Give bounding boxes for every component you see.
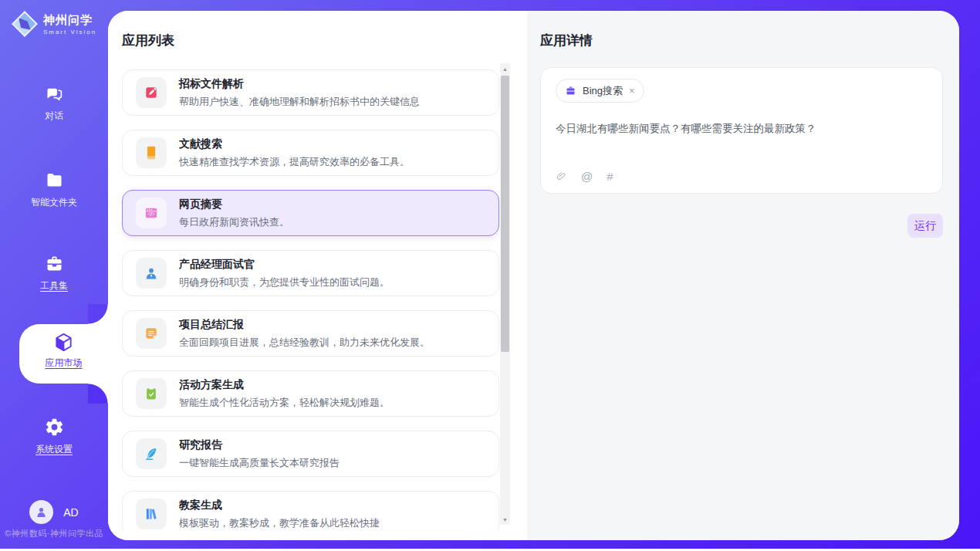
app-name: 文献搜索	[179, 137, 410, 151]
list-scrollbar[interactable]: ▲ ▼	[500, 63, 510, 525]
mention-icon[interactable]: @	[581, 170, 593, 183]
app-list-title: 应用列表	[122, 32, 527, 49]
app-card-webpage-summary[interactable]: 网页摘要 每日政府新闻资讯快查。	[122, 190, 499, 236]
tool-chip-bing-search[interactable]: Bing搜索 ×	[556, 79, 644, 103]
app-desc: 每日政府新闻资讯快查。	[179, 215, 289, 229]
toolbox-icon	[44, 253, 65, 274]
brand-diamond-icon	[12, 11, 38, 37]
user-initials: AD	[63, 506, 78, 519]
sidebar-item-chat[interactable]: 对话	[0, 83, 108, 123]
app-list-panel: 应用列表 招标文件解析 帮助用户快速、准确地理解和解析招标书中的关键信息 文献搜…	[108, 11, 527, 540]
app-name: 活动方案生成	[179, 378, 390, 392]
brand-logo: 神州问学 Smart Vision	[0, 11, 108, 37]
attachment-toolbar: @ #	[556, 170, 613, 183]
brand-name: 神州问学	[43, 13, 96, 28]
book-icon	[136, 137, 167, 168]
interviewer-icon	[136, 258, 167, 289]
sidebar-item-smart-folder[interactable]: 智能文件夹	[0, 170, 108, 209]
app-desc: 帮助用户快速、准确地理解和解析招标书中的关键信息	[179, 95, 420, 109]
app-card-literature-search[interactable]: 文献搜索 快速精准查找学术资源，提高研究效率的必备工具。	[122, 130, 499, 176]
app-card-project-summary[interactable]: 项目总结汇报 全面回顾项目进展，总结经验教训，助力未来优化发展。	[122, 310, 499, 357]
app-card-pm-interviewer[interactable]: 产品经理面试官 明确身份和职责，为您提供专业性的面试问题。	[122, 250, 499, 296]
app-detail-title: 应用详情	[540, 32, 943, 49]
clipboard-check-icon	[136, 378, 167, 409]
sidebar-item-label: 工具集	[40, 279, 68, 292]
main-panel: 应用列表 招标文件解析 帮助用户快速、准确地理解和解析招标书中的关键信息 文献搜…	[108, 11, 959, 540]
app-name: 教案生成	[179, 499, 380, 512]
sidebar-item-label: 系统设置	[35, 443, 73, 456]
app-name: 招标文件解析	[179, 77, 420, 91]
app-cards-scroll-area: 招标文件解析 帮助用户快速、准确地理解和解析招标书中的关键信息 文献搜索 快速精…	[122, 69, 499, 530]
user-row[interactable]: AD	[0, 500, 108, 524]
briefcase-icon	[565, 85, 576, 96]
app-card-research-report[interactable]: 研究报告 一键智能生成高质量长文本研究报告	[122, 431, 499, 477]
hash-icon[interactable]: #	[607, 170, 613, 183]
app-card-bid-document-parsing[interactable]: 招标文件解析 帮助用户快速、准确地理解和解析招标书中的关键信息	[122, 69, 499, 116]
gear-icon	[44, 417, 65, 438]
paperclip-icon[interactable]	[556, 171, 567, 183]
app-desc: 模板驱动，教案秒成，教学准备从此轻松快捷	[179, 516, 380, 530]
document-edit-icon	[136, 77, 167, 108]
sidebar-item-toolset[interactable]: 工具集	[0, 253, 108, 292]
app-name: 产品经理面试官	[179, 258, 390, 272]
sidebar-item-label: 智能文件夹	[31, 196, 77, 209]
scroll-down-arrow-icon[interactable]: ▼	[500, 514, 510, 525]
copyright-footer: ©神州数码·神州问学出品	[0, 528, 108, 539]
app-card-lesson-plan[interactable]: 教案生成 模板驱动，教案秒成，教学准备从此轻松快捷	[122, 491, 499, 530]
cube-icon	[52, 331, 75, 353]
app-desc: 快速精准查找学术资源，提高研究效率的必备工具。	[179, 155, 410, 169]
app-desc: 明确身份和职责，为您提供专业性的面试问题。	[179, 276, 390, 289]
query-text[interactable]: 今日湖北有哪些新闻要点？有哪些需要关注的最新政策？	[556, 122, 928, 136]
sidebar-item-app-market[interactable]: 应用市场	[19, 324, 108, 384]
brand-subtitle: Smart Vision	[43, 29, 96, 35]
app-detail-panel: 应用详情 Bing搜索 × 今日湖北有哪些新闻要点？有哪些需要关注的最新政策？ …	[527, 11, 959, 540]
run-button[interactable]: 运行	[907, 214, 943, 238]
app-name: 项目总结汇报	[179, 318, 430, 332]
scrollbar-thumb[interactable]	[501, 76, 509, 352]
prompt-input-card[interactable]: Bing搜索 × 今日湖北有哪些新闻要点？有哪些需要关注的最新政策？ @ #	[540, 67, 943, 194]
app-desc: 智能生成个性化活动方案，轻松解决规划难题。	[179, 396, 390, 410]
sidebar-item-label: 对话	[45, 110, 63, 123]
folder-icon	[44, 170, 65, 191]
app-name: 网页摘要	[179, 198, 289, 211]
webpage-code-icon	[136, 198, 167, 228]
sidebar-item-settings[interactable]: 系统设置	[0, 417, 108, 456]
research-report-icon	[136, 438, 167, 469]
app-desc: 全面回顾项目进展，总结经验教训，助力未来优化发展。	[179, 336, 430, 350]
app-name: 研究报告	[179, 438, 340, 452]
avatar[interactable]	[29, 500, 53, 524]
app-desc: 一键智能生成高质量长文本研究报告	[179, 456, 340, 470]
sidebar: 神州问学 Smart Vision 对话 智能文件夹 工具集	[0, 0, 108, 549]
person-icon	[35, 505, 48, 519]
app-card-event-plan[interactable]: 活动方案生成 智能生成个性化活动方案，轻松解决规划难题。	[122, 370, 499, 417]
sidebar-item-label: 应用市场	[46, 357, 83, 370]
chip-close-icon[interactable]: ×	[629, 85, 635, 96]
scroll-up-arrow-icon[interactable]: ▲	[500, 63, 510, 74]
chat-icon	[44, 83, 65, 104]
tool-chip-label: Bing搜索	[583, 84, 623, 98]
books-icon	[136, 499, 167, 529]
memo-icon	[136, 318, 167, 349]
